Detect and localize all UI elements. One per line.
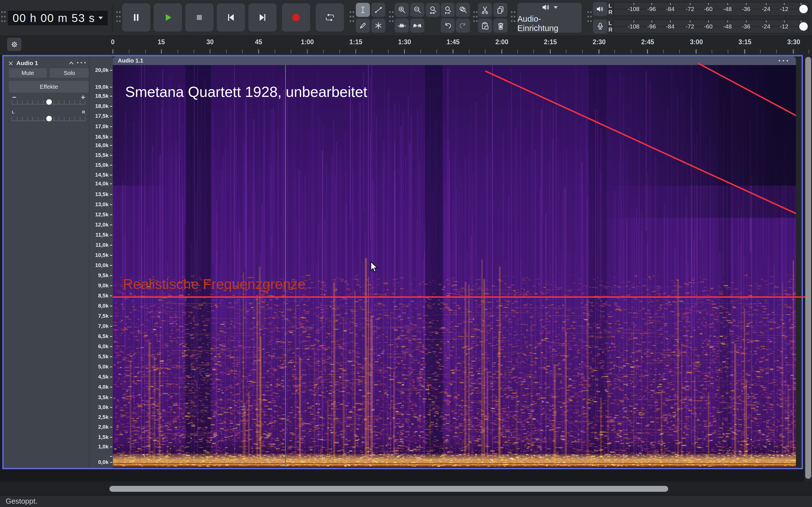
frequency-label: 20,0k	[89, 67, 113, 73]
loop-button[interactable]	[316, 3, 344, 32]
frequency-label: 10,0k	[89, 262, 113, 269]
solo-button[interactable]: Solo	[50, 68, 89, 78]
vertical-scrollbar-thumb[interactable]	[805, 57, 811, 479]
clip-menu-icon[interactable]	[779, 60, 788, 61]
envelope-tool-button[interactable]	[371, 3, 386, 17]
recording-meter[interactable]: -108-96-84-72-60-48-36-24-120	[613, 19, 808, 34]
copy-button[interactable]	[493, 3, 507, 17]
recording-meter-channel-right: R	[608, 26, 613, 33]
zoom-in-button[interactable]	[395, 3, 409, 17]
spectrogram[interactable]	[113, 65, 796, 467]
meter-scale-label: -36	[742, 23, 750, 30]
frequency-label: 15,0k	[89, 162, 113, 168]
time-value: 00 h 00 m 53 s	[13, 12, 95, 24]
gain-slider-thumb[interactable]	[46, 99, 52, 105]
meter-scale-label: -48	[723, 6, 732, 12]
frequency-label: 7,5k	[89, 313, 113, 319]
frequency-label: 12,5k	[89, 212, 113, 218]
meter-scale-label: -72	[686, 23, 694, 30]
playback-meter-button[interactable]	[593, 2, 608, 16]
grip-handle[interactable]	[473, 11, 477, 25]
frequency-label: 0,0k	[89, 459, 113, 465]
record-button[interactable]	[282, 3, 310, 32]
frequency-label: 8,5k	[89, 293, 113, 299]
stop-button[interactable]	[185, 3, 213, 32]
clip-header[interactable]: Audio 1.1	[113, 56, 796, 65]
collapse-track-icon[interactable]	[68, 61, 74, 65]
pause-button[interactable]	[122, 3, 150, 32]
meter-scale-label: -84	[666, 6, 674, 12]
loop-icon	[324, 12, 336, 23]
zoom-selection-button[interactable]	[426, 3, 440, 17]
frequency-label: 3,0k	[89, 404, 113, 410]
close-track-icon[interactable]	[8, 61, 13, 66]
undo-icon	[444, 21, 452, 30]
meter-scale-label: -60	[704, 6, 712, 12]
recording-volume-knob[interactable]	[799, 22, 808, 31]
pan-slider-thumb[interactable]	[46, 115, 52, 122]
playback-volume-knob[interactable]	[799, 5, 808, 13]
frequency-label: 17,5k	[89, 113, 113, 119]
redo-icon	[459, 21, 467, 30]
frequency-label: 2,5k	[89, 414, 113, 420]
trim-icon	[398, 21, 406, 30]
frequency-ruler: 20,0k19,0k18,5k18,0k17,5k17,0k16,5k16,0k…	[89, 56, 113, 468]
zoom-selection-icon	[428, 6, 437, 14]
effects-button[interactable]: Effekte	[9, 81, 89, 93]
clip-title[interactable]: Audio 1.1	[118, 57, 143, 64]
trim-outside-selection-button[interactable]	[395, 18, 409, 33]
playback-meter[interactable]: -108-96-84-72-60-48-36-24-120	[613, 2, 808, 16]
track-menu-icon[interactable]	[77, 62, 86, 63]
frequency-label: 11,0k	[89, 242, 113, 248]
meter-scale-label: -108	[627, 6, 640, 12]
zoom-fit-button[interactable]	[441, 3, 455, 17]
zoom-out-button[interactable]	[410, 3, 424, 17]
frequency-label: 15,5k	[89, 152, 113, 158]
paste-button[interactable]	[478, 18, 492, 33]
silence-selection-button[interactable]	[410, 18, 424, 33]
multi-tool-icon	[374, 21, 383, 30]
skip-start-icon	[225, 12, 237, 23]
horizontal-scrollbar-thumb[interactable]	[109, 486, 668, 492]
pause-icon	[131, 12, 142, 23]
multi-tool-button[interactable]	[371, 18, 386, 33]
frequency-label: 8,0k	[89, 303, 113, 309]
delete-button[interactable]	[493, 18, 507, 33]
grip-handle[interactable]	[587, 11, 592, 25]
timeline-options-button[interactable]	[7, 38, 21, 51]
audio-setup-button[interactable]: Audio-Einrichtung	[517, 3, 581, 33]
grip-handle[interactable]	[116, 11, 121, 25]
selection-tool-icon	[359, 6, 367, 14]
selection-tool-button[interactable]	[356, 3, 370, 17]
timeline-ruler[interactable]: 01530451:001:151:301:452:002:152:302:453…	[0, 36, 812, 55]
zoom-toggle-button[interactable]	[456, 3, 470, 17]
recording-meter-button[interactable]	[593, 19, 608, 34]
delete-icon	[496, 21, 505, 30]
speaker-icon	[596, 4, 605, 13]
track-title[interactable]: Audio 1	[16, 60, 38, 66]
redo-button[interactable]	[456, 18, 470, 33]
time-display[interactable]: 00 h 00 m 53 s	[8, 11, 108, 25]
silence-icon	[413, 21, 421, 30]
skip-to-start-button[interactable]	[217, 3, 245, 32]
spectrogram-caption: Smetana Quartett 1928, unbearbeitet	[125, 83, 367, 100]
grip-handle[interactable]	[1, 11, 6, 25]
frequency-label: 4,0k	[89, 384, 113, 390]
grip-handle[interactable]	[350, 11, 354, 25]
cut-button[interactable]	[478, 3, 492, 17]
undo-button[interactable]	[441, 18, 455, 33]
skip-to-end-button[interactable]	[248, 3, 276, 32]
draw-tool-button[interactable]	[356, 18, 370, 33]
cut-icon	[481, 6, 489, 14]
frequency-label: 13,5k	[89, 191, 113, 198]
frequency-label: 1,5k	[89, 434, 113, 440]
audio-setup-label: Audio-Einrichtung	[517, 14, 581, 33]
main-toolbar: 00 h 00 m 53 s	[0, 0, 812, 36]
mute-button[interactable]: Mute	[9, 68, 47, 78]
grip-handle[interactable]	[389, 11, 394, 25]
grip-handle[interactable]	[511, 11, 515, 25]
zoom-out-icon	[413, 6, 421, 14]
play-button[interactable]	[154, 3, 182, 32]
envelope-tool-icon	[374, 6, 383, 14]
chevron-down-icon[interactable]	[98, 17, 103, 19]
